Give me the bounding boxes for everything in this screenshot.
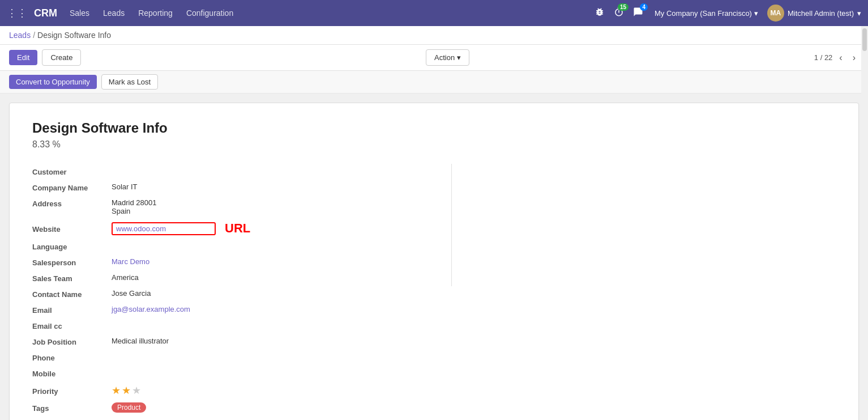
- grid-icon[interactable]: ⋮⋮: [7, 7, 27, 19]
- nav-leads[interactable]: Leads: [97, 6, 130, 20]
- action-toolbar: Convert to Opportunity Mark as Lost: [0, 71, 868, 94]
- timer-icon-button[interactable]: 15: [612, 5, 626, 22]
- record-percentage: 8.33 %: [32, 139, 836, 150]
- tag-product[interactable]: Product: [112, 402, 146, 413]
- fields-left: Customer Company Name Solar IT Address M…: [32, 164, 434, 286]
- field-job-position: Job Position Medical illustrator: [32, 334, 434, 350]
- star-3[interactable]: ★: [132, 384, 141, 397]
- field-label-website: Website: [32, 224, 112, 234]
- field-company-name: Company Name Solar IT: [32, 180, 434, 196]
- field-phone: Phone: [32, 350, 434, 366]
- fields-grid: Customer Company Name Solar IT Address M…: [32, 163, 836, 415]
- bug-icon-button[interactable]: [592, 5, 607, 22]
- scrollbar-track: [861, 26, 868, 420]
- fields-right: Contact Name Jose Garcia Email jga@solar…: [32, 286, 434, 415]
- field-label-email-cc: Email cc: [32, 321, 112, 330]
- priority-stars[interactable]: ★ ★ ★: [112, 384, 141, 397]
- field-priority: Priority ★ ★ ★: [32, 381, 434, 400]
- main-toolbar: Edit Create Action ▾ 1 / 22 ‹ ›: [0, 45, 868, 71]
- field-mobile: Mobile: [32, 366, 434, 381]
- bug-icon: [595, 7, 605, 17]
- avatar: MA: [767, 5, 784, 22]
- field-sales-team: Sales Team America: [32, 270, 434, 286]
- record-card: Design Software Info 8.33 % Customer Com…: [9, 103, 859, 420]
- app-logo[interactable]: CRM: [34, 7, 57, 19]
- field-website: Website URL: [32, 218, 434, 239]
- field-contact-name: Contact Name Jose Garcia: [32, 286, 434, 302]
- main-content: Design Software Info 8.33 % Customer Com…: [0, 94, 868, 420]
- breadcrumb-parent[interactable]: Leads: [9, 31, 31, 40]
- field-value-sales-team: America: [112, 273, 434, 282]
- next-page-button[interactable]: ›: [849, 52, 859, 64]
- create-button[interactable]: Create: [42, 49, 81, 66]
- url-annotation: URL: [225, 221, 250, 236]
- action-dropdown[interactable]: Action ▾: [426, 49, 469, 66]
- scrollbar-thumb[interactable]: [862, 28, 867, 51]
- field-website-wrapper: URL: [112, 221, 250, 236]
- field-label-address: Address: [32, 198, 112, 208]
- field-email-cc: Email cc: [32, 318, 434, 334]
- topnav: ⋮⋮ CRM Sales Leads Reporting Configurati…: [0, 0, 868, 26]
- star-1[interactable]: ★: [112, 384, 121, 397]
- field-value-job: Medical illustrator: [112, 337, 434, 345]
- breadcrumb-separator: /: [33, 31, 35, 40]
- topnav-icons: 15 4 My Company (San Francisco) ▾ MA Mit…: [592, 5, 861, 22]
- nav-configuration[interactable]: Configuration: [181, 6, 239, 20]
- field-label-contact: Contact Name: [32, 289, 112, 299]
- field-label-priority: Priority: [32, 386, 112, 396]
- convert-to-opportunity-button[interactable]: Convert to Opportunity: [9, 75, 97, 89]
- field-label-email: Email: [32, 305, 112, 315]
- record-title: Design Software Info: [32, 120, 836, 136]
- field-label-mobile: Mobile: [32, 368, 112, 378]
- field-label-phone: Phone: [32, 353, 112, 362]
- column-divider: [451, 164, 452, 286]
- field-tags: Tags Product: [32, 400, 434, 415]
- pager: 1 / 22 ‹ ›: [814, 52, 859, 64]
- nav-sales[interactable]: Sales: [64, 6, 95, 20]
- breadcrumb: Leads / Design Software Info: [0, 26, 868, 45]
- field-value-contact: Jose Garcia: [112, 289, 434, 298]
- field-label-job: Job Position: [32, 337, 112, 346]
- dropdown-arrow-icon: ▾: [457, 53, 461, 62]
- edit-button[interactable]: Edit: [9, 50, 37, 65]
- timer-badge: 15: [618, 3, 628, 11]
- field-value-address: Madrid 28001 Spain: [112, 198, 434, 215]
- chat-icon-button[interactable]: 4: [631, 5, 645, 22]
- field-salesperson: Salesperson Marc Demo: [32, 254, 434, 270]
- mark-as-lost-button[interactable]: Mark as Lost: [101, 74, 158, 90]
- star-2[interactable]: ★: [122, 384, 131, 397]
- field-label-language: Language: [32, 241, 112, 251]
- field-value-email[interactable]: jga@solar.example.com: [112, 305, 434, 313]
- field-language: Language: [32, 239, 434, 254]
- nav-reporting[interactable]: Reporting: [132, 6, 178, 20]
- company-selector[interactable]: My Company (San Francisco) ▾: [650, 7, 763, 20]
- chat-badge: 4: [640, 3, 648, 11]
- breadcrumb-current: Design Software Info: [37, 31, 111, 40]
- field-email: Email jga@solar.example.com: [32, 302, 434, 318]
- field-customer: Customer: [32, 164, 434, 180]
- field-label-salesperson: Salesperson: [32, 257, 112, 267]
- field-label-company: Company Name: [32, 183, 112, 192]
- field-label-sales-team: Sales Team: [32, 273, 112, 283]
- field-value-company: Solar IT: [112, 183, 434, 191]
- field-label-customer: Customer: [32, 167, 112, 176]
- field-address: Address Madrid 28001 Spain: [32, 196, 434, 218]
- field-value-salesperson[interactable]: Marc Demo: [112, 257, 434, 266]
- prev-page-button[interactable]: ‹: [836, 52, 845, 64]
- user-menu[interactable]: MA Mitchell Admin (test) ▾: [767, 5, 861, 22]
- field-label-tags: Tags: [32, 403, 112, 413]
- website-input[interactable]: [112, 222, 216, 235]
